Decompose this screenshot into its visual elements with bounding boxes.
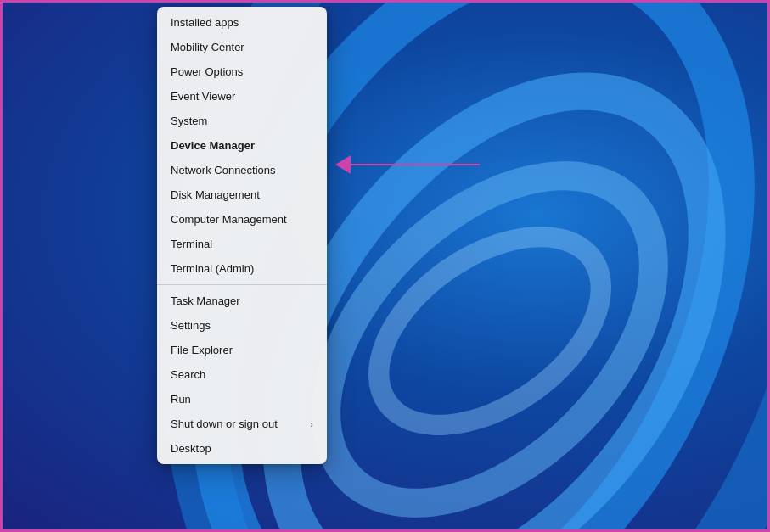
menu-item-disk-management[interactable]: Disk Management [157,182,327,207]
menu-item-label-mobility-center: Mobility Center [171,41,244,53]
menu-item-label-disk-management: Disk Management [171,188,260,201]
menu-item-label-settings: Settings [171,319,211,332]
menu-item-label-terminal-admin: Terminal (Admin) [171,262,254,275]
menu-item-terminal[interactable]: Terminal [157,232,327,256]
menu-item-power-options[interactable]: Power Options [157,59,327,84]
desktop-background [0,0,770,532]
menu-item-system[interactable]: System [157,109,327,133]
menu-item-label-terminal: Terminal [171,238,212,250]
menu-item-desktop[interactable]: Desktop [157,436,327,461]
menu-item-search[interactable]: Search [157,362,327,387]
menu-item-label-system: System [171,115,207,127]
menu-item-label-file-explorer: File Explorer [171,344,233,356]
menu-item-settings[interactable]: Settings [157,313,327,338]
context-menu: Installed appsMobility CenterPower Optio… [157,7,327,464]
menu-item-label-computer-management: Computer Management [171,213,287,226]
menu-item-label-task-manager: Task Manager [171,294,240,307]
menu-item-label-event-viewer: Event Viewer [171,90,235,103]
menu-item-label-network-connections: Network Connections [171,164,276,176]
menu-item-device-manager[interactable]: Device Manager [157,133,327,158]
menu-item-label-shut-down: Shut down or sign out [171,417,278,430]
menu-item-event-viewer[interactable]: Event Viewer [157,84,327,109]
menu-item-shut-down[interactable]: Shut down or sign out› [157,412,327,436]
menu-item-mobility-center[interactable]: Mobility Center [157,35,327,59]
menu-item-label-device-manager: Device Manager [171,139,255,152]
menu-item-task-manager[interactable]: Task Manager [157,288,327,313]
menu-divider [157,284,327,285]
menu-item-label-desktop: Desktop [171,442,211,455]
menu-item-network-connections[interactable]: Network Connections [157,158,327,182]
menu-item-terminal-admin[interactable]: Terminal (Admin) [157,256,327,281]
menu-item-label-search: Search [171,368,205,381]
menu-item-installed-apps[interactable]: Installed apps [157,10,327,35]
submenu-chevron-icon: › [310,419,313,429]
menu-item-file-explorer[interactable]: File Explorer [157,338,327,362]
menu-item-run[interactable]: Run [157,387,327,412]
menu-item-computer-management[interactable]: Computer Management [157,207,327,232]
menu-item-label-run: Run [171,393,191,406]
menu-item-label-installed-apps: Installed apps [171,16,239,29]
menu-item-label-power-options: Power Options [171,65,243,78]
